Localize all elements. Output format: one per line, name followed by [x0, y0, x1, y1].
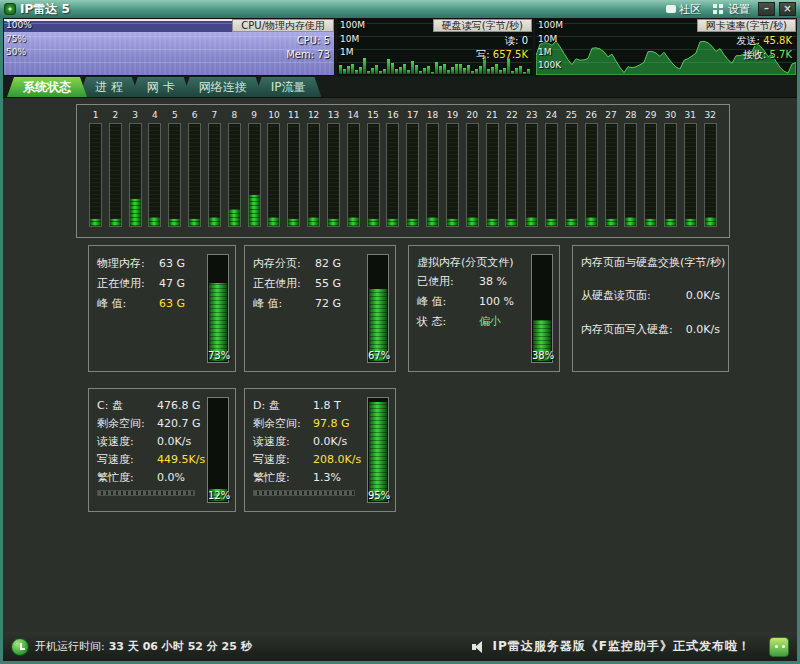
row-value: 63 G: [159, 257, 185, 270]
cpu-core: 31: [682, 109, 699, 229]
disk-graph-title: 硬盘读写(字节/秒): [433, 19, 532, 32]
gauge-percent: 67%: [368, 350, 388, 361]
minimize-button[interactable]: –: [758, 2, 775, 16]
cpu-core: 29: [642, 109, 659, 229]
row-value: 208.0K/s: [313, 453, 361, 466]
gauge-percent: 38%: [532, 350, 552, 361]
cpu-core-bar: [664, 123, 677, 227]
cpu-core-bar: [466, 123, 479, 227]
cpu-core-number: 24: [543, 109, 560, 121]
cpu-core-bar: [148, 123, 161, 227]
disk-readouts: 读: 0 写: 657.5K: [476, 34, 528, 62]
cpu-core: 8: [226, 109, 243, 229]
cpu-core: 1: [87, 109, 104, 229]
row-label: 写速度:: [253, 451, 313, 469]
cpu-core: 3: [127, 109, 144, 229]
cpu-core-bar: [406, 123, 419, 227]
row-label: 写速度:: [97, 451, 157, 469]
cpu-core: 14: [345, 109, 362, 229]
app-window: IP雷达 5 社区 设置 – × 100% CPU/物理内存使用 75% 50: [0, 0, 800, 664]
cpu-core-number: 10: [265, 109, 282, 121]
cpu-core-bar: [307, 123, 320, 227]
cpu-core: 18: [424, 109, 441, 229]
promo-app-icon[interactable]: [769, 637, 789, 657]
community-label: 社区: [679, 2, 701, 17]
cpu-core: 19: [444, 109, 461, 229]
cpu-core-bar: [684, 123, 697, 227]
cpu-core-bar: [129, 123, 142, 227]
row-label: 繁忙度:: [253, 469, 313, 487]
status-bar: 开机运行时间: 33 天 06 小时 52 分 25 秒 IP雷达服务器版《F监…: [3, 632, 797, 661]
swap-panel-title: 内存页面与硬盘交换(字节/秒): [573, 254, 728, 272]
tab-network-card[interactable]: 网 卡: [131, 77, 191, 97]
drive-c-gauge: 12%: [207, 397, 229, 503]
settings-icon: [713, 4, 717, 8]
tab-processes[interactable]: 进 程: [79, 77, 139, 97]
cpu-core-bar: [565, 123, 578, 227]
row-label: 正在使用:: [97, 274, 159, 294]
cpu-core-bar: [287, 123, 300, 227]
cpu-core-number: 2: [107, 109, 124, 121]
row-value: 449.5K/s: [157, 453, 205, 466]
cpu-core-gauges: 1234567891011121314151617181920212223242…: [76, 104, 730, 238]
community-button[interactable]: 社区: [662, 2, 705, 17]
row-label: 读速度:: [253, 433, 313, 451]
nic-readouts: 发送: 45.8K 接收: 5.7K: [737, 34, 792, 62]
cpu-core: 27: [603, 109, 620, 229]
cpu-core: 32: [702, 109, 719, 229]
cpu-core-bar: [89, 123, 102, 227]
cpu-core-number: 30: [662, 109, 679, 121]
cpu-core-number: 7: [206, 109, 223, 121]
cpu-core-number: 14: [345, 109, 362, 121]
cpu-core-number: 32: [702, 109, 719, 121]
cpu-graph-title: CPU/物理内存使用: [232, 19, 334, 32]
cpu-core-bar: [525, 123, 538, 227]
cpu-core-bar: [109, 123, 122, 227]
memory-paging-gauge: 67%: [367, 254, 389, 363]
row-label: 峰 值:: [253, 294, 315, 314]
tab-network-connections[interactable]: 网络连接: [183, 77, 263, 97]
row-value: 0.0K/s: [157, 435, 191, 448]
tab-system-status[interactable]: 系统状态: [7, 77, 87, 97]
row-value: 63 G: [159, 297, 185, 310]
cpu-core-bar: [168, 123, 181, 227]
cpu-core: 25: [563, 109, 580, 229]
cpu-core: 22: [503, 109, 520, 229]
disk-io-graph: 100M 硬盘读写(字节/秒) 10M 1M 读: 0 写: 657.5K: [337, 18, 533, 76]
cpu-core-number: 27: [603, 109, 620, 121]
row-value: 0.0K/s: [686, 320, 720, 340]
row-label: 从硬盘读页面:: [581, 286, 651, 306]
window-title: IP雷达 5: [20, 1, 70, 18]
cpu-scale-max: 100%: [6, 20, 32, 30]
title-bar[interactable]: IP雷达 5 社区 设置 – ×: [0, 0, 800, 18]
drive-size: 476.8 G: [157, 399, 201, 412]
announcement-text[interactable]: IP雷达服务器版《F监控助手》正式发布啦！: [493, 638, 751, 655]
close-button[interactable]: ×: [779, 2, 796, 16]
cpu-core-bar: [347, 123, 360, 227]
tab-ip-traffic[interactable]: IP流量: [255, 77, 322, 97]
disk-scale-max: 100M: [340, 20, 365, 30]
nic-scale-ticks: 10M 1M 100K: [538, 33, 561, 72]
cpu-core-number: 9: [246, 109, 263, 121]
row-value: 97.8 G: [313, 417, 350, 430]
row-value: 420.7 G: [157, 417, 201, 430]
gauge-percent: 95%: [368, 490, 388, 501]
cpu-core-number: 26: [583, 109, 600, 121]
cpu-core: 10: [265, 109, 282, 229]
cpu-core-number: 13: [325, 109, 342, 121]
cpu-core-bar: [605, 123, 618, 227]
settings-button[interactable]: 设置: [709, 2, 754, 17]
cpu-core-number: 17: [404, 109, 421, 121]
cpu-core-bar: [228, 123, 241, 227]
row-label: 读速度:: [97, 433, 157, 451]
row-label: 内存页面写入硬盘:: [581, 320, 673, 340]
cpu-core: 7: [206, 109, 223, 229]
nic-scale-max: 100M: [538, 20, 563, 30]
row-value: 82 G: [315, 257, 341, 270]
cpu-core: 20: [464, 109, 481, 229]
row-value: 0.0K/s: [686, 286, 720, 306]
cpu-core-number: 6: [186, 109, 203, 121]
cpu-core-number: 23: [523, 109, 540, 121]
row-value: 0.0K/s: [313, 435, 347, 448]
cpu-core: 2: [107, 109, 124, 229]
